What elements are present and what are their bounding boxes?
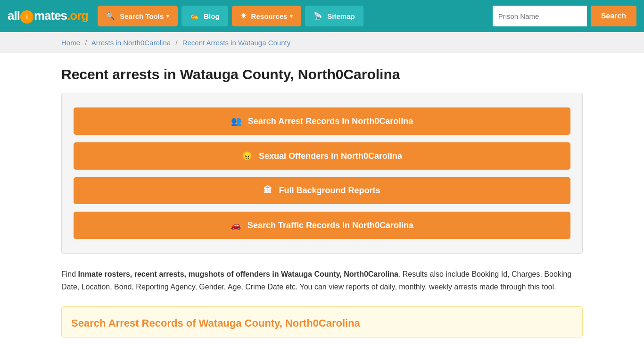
logo-all: all [8,8,20,23]
blog-button[interactable]: Blog [182,6,228,26]
prison-search-label: Search [601,12,626,20]
breadcrumb-sep-2: / [175,39,177,47]
search-section: Search Arrest Records of Watauga County,… [61,306,583,337]
logo-badge: i [20,10,33,24]
search-section-title: Search Arrest Records of Watauga County,… [71,317,573,329]
page-title: Recent arrests in Watauga County, North0… [61,66,583,82]
description-bold: Inmate rosters, recent arrests, mugshots… [78,270,398,278]
background-reports-icon [264,186,274,196]
breadcrumb-arrests[interactable]: Arrests in North0Carolina [91,39,171,47]
breadcrumb-sep-1: / [85,39,87,47]
traffic-records-button[interactable]: Search Traffic Records In North0Carolina [74,212,570,239]
blog-label: Blog [204,12,219,20]
prison-search-button[interactable]: Search [591,6,636,26]
breadcrumb-current: Recent Arrests in Watauga County [182,39,291,47]
logo-org: .org [67,8,88,23]
background-reports-label: Full Background Reports [279,186,380,196]
resources-button[interactable]: Resources ▾ [232,6,302,26]
main-content: Recent arrests in Watauga County, North0… [0,53,644,351]
search-tools-arrow-icon: ▾ [166,13,169,19]
site-logo[interactable]: allimates.org [8,8,88,23]
breadcrumb-section: Home / Arrests in North0Carolina / Recen… [0,32,644,53]
search-tools-label: Search Tools [120,12,164,20]
arrest-records-button[interactable]: Search Arrest Records in North0Carolina [74,107,570,135]
sitemap-button[interactable]: Sitemap [305,6,363,26]
resources-icon [240,12,248,20]
breadcrumb-home[interactable]: Home [61,39,80,47]
action-buttons-panel: Search Arrest Records in North0Carolina … [61,93,583,254]
sitemap-label: Sitemap [327,12,355,20]
navbar: allimates.org Search Tools ▾ Blog Resour… [0,0,644,32]
traffic-records-label: Search Traffic Records In North0Carolina [248,221,413,230]
sexual-offenders-icon [242,151,254,161]
sexual-offenders-button[interactable]: Sexual Offenders in North0Carolina [74,142,570,170]
description-text: Find Inmate rosters, recent arrests, mug… [61,268,583,293]
breadcrumb: Home / Arrests in North0Carolina / Recen… [61,39,583,47]
arrest-records-label: Search Arrest Records in North0Carolina [248,116,413,126]
sitemap-icon [314,12,324,20]
search-tools-button[interactable]: Search Tools ▾ [98,6,178,26]
description-intro: Find [61,270,78,278]
arrest-records-icon [231,116,243,126]
blog-icon [190,12,201,20]
resources-arrow-icon: ▾ [290,13,293,19]
traffic-records-icon [231,220,243,230]
search-tools-icon [106,12,117,20]
logo-inmates: mates [34,8,67,23]
resources-label: Resources [251,12,288,20]
background-reports-button[interactable]: Full Background Reports [74,177,570,204]
sexual-offenders-label: Sexual Offenders in North0Carolina [259,151,402,161]
prison-name-input[interactable] [493,6,587,26]
